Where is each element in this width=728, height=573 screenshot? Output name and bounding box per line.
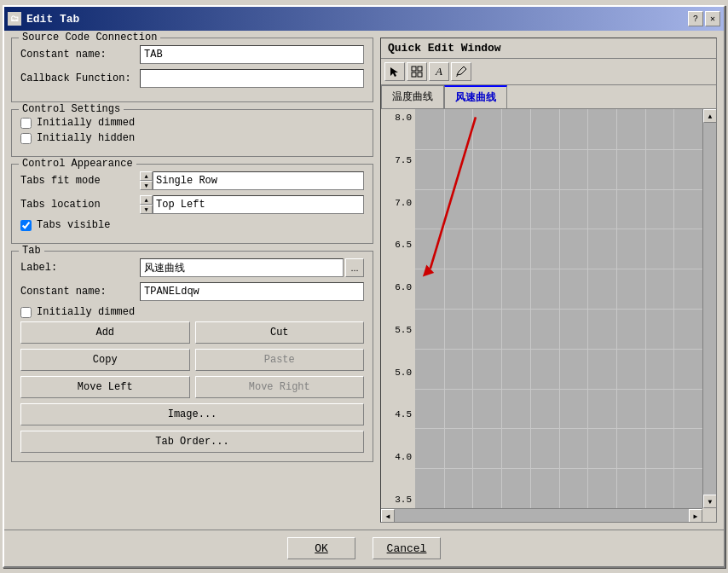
y-label-4: 6.0 [381,282,415,292]
control-settings-label: Control Settings [19,103,124,115]
svg-rect-1 [418,67,422,71]
callback-input[interactable] [140,69,364,88]
tabs-location-arrows: ▲ ▼ [140,195,153,214]
tool-cursor[interactable] [384,62,405,81]
title-bar: 🗂 Edit Tab ? ✕ [4,7,724,31]
tab-order-button[interactable]: Tab Order... [20,431,364,453]
source-code-label: Source Code Connection [19,32,160,43]
tab-constant-input[interactable] [140,282,364,301]
tab-constant-row: Constant name: [20,282,364,301]
tab-group: Tab Label: ... Constant name: Initially … [11,251,373,462]
tab-dimmed-text: Initially dimmed [37,306,135,318]
tab-label-input[interactable] [140,258,344,277]
tab-wind[interactable]: 风速曲线 [444,85,507,108]
tabs-visible-text: Tabs visible [37,219,110,231]
scrollbar-vertical[interactable]: ▲ ▼ [702,109,716,508]
y-label-6: 5.0 [381,368,415,378]
scroll-track-h [395,509,689,522]
paste-button[interactable]: Paste [195,349,365,371]
svg-rect-2 [412,72,416,77]
right-panel: Quick Edit Window A [380,38,717,523]
cancel-button[interactable]: Cancel [373,537,441,559]
y-axis: 8.0 7.5 7.0 6.5 6.0 5.5 5.0 4.5 4.0 3.5 [381,109,415,508]
callback-row: Callback Function: [20,69,364,88]
qew-title: Quick Edit Window [381,38,716,59]
image-button[interactable]: Image... [20,403,364,425]
tabs-location-label: Tabs location [20,199,140,211]
callback-label: Callback Function: [20,72,140,84]
initially-hidden-checkbox[interactable] [20,133,32,144]
scrollbar-horizontal[interactable]: ◀ ▶ [381,508,702,522]
qew-toolbar: A [381,59,716,85]
y-label-0: 8.0 [381,113,415,123]
y-label-5: 5.5 [381,325,415,335]
y-label-9: 3.5 [381,495,415,505]
help-button[interactable]: ? [688,11,703,26]
tabs-location-row: Tabs location ▲ ▼ [20,195,364,214]
close-button[interactable]: ✕ [705,11,720,26]
tab-label-row: Label: ... [20,258,364,277]
svg-marker-5 [423,265,434,277]
chart-plot [415,109,702,508]
tabs-fit-mode-up[interactable]: ▲ [140,171,153,181]
window-footer: OK Cancel [4,530,724,566]
ok-button[interactable]: OK [287,537,355,559]
y-label-8: 4.0 [381,452,415,462]
scroll-right-button[interactable]: ▶ [689,509,702,522]
tab-temperature[interactable]: 温度曲线 [381,85,444,108]
initially-dimmed-row: Initially dimmed [20,117,364,129]
tabs-location-input[interactable] [140,195,364,214]
constant-name-input[interactable] [140,45,364,64]
copy-button[interactable]: Copy [20,349,190,371]
y-label-3: 6.5 [381,240,415,250]
initially-dimmed-text: Initially dimmed [37,117,135,129]
svg-rect-3 [418,72,422,77]
control-appearance-group: Control Appearance Tabs fit mode ▲ ▼ Tab… [11,164,373,244]
constant-name-label: Constant name: [20,49,140,61]
control-settings-group: Control Settings Initially dimmed Initia… [11,109,373,157]
tabs-fit-mode-down[interactable]: ▼ [140,181,153,190]
y-label-7: 4.5 [381,409,415,420]
y-label-2: 7.0 [381,198,415,208]
dots-button[interactable]: ... [345,258,364,277]
move-left-button[interactable]: Move Left [20,376,190,398]
tab-dimmed-row: Initially dimmed [20,306,364,318]
main-window: 🗂 Edit Tab ? ✕ Source Code Connection Co… [3,5,725,568]
svg-line-4 [430,117,476,269]
tabs-visible-row: Tabs visible [20,219,364,231]
scroll-left-button[interactable]: ◀ [381,509,395,522]
y-label-1: 7.5 [381,155,415,165]
tabs-location-wrap: ▲ ▼ [140,195,364,214]
initially-hidden-row: Initially hidden [20,132,364,144]
window-icon: 🗂 [8,12,21,26]
tabs-visible-checkbox[interactable] [20,220,32,231]
tool-pen[interactable] [451,62,471,81]
tabs-location-down[interactable]: ▼ [140,205,153,214]
tabs-fit-mode-input[interactable] [140,171,364,190]
tab-buttons: Add Cut Copy Paste Move Left Move Right … [20,321,364,453]
add-button[interactable]: Add [20,321,190,344]
tool-grid[interactable] [407,62,427,81]
tab-label-label: Label: [20,262,140,274]
scrollbar-corner [702,508,716,522]
tab-label-wrap: ... [140,258,364,277]
scroll-down-button[interactable]: ▼ [703,495,716,508]
tabs-fit-mode-arrows: ▲ ▼ [140,171,153,190]
source-code-group: Source Code Connection Constant name: Ca… [11,38,373,102]
window-body: Source Code Connection Constant name: Ca… [4,31,724,530]
scroll-up-button[interactable]: ▲ [703,109,716,123]
constant-name-row: Constant name: [20,45,364,64]
tab-constant-label: Constant name: [20,286,140,298]
cut-button[interactable]: Cut [195,321,365,344]
scroll-track-v [703,123,716,495]
window-title: Edit Tab [26,13,79,26]
move-right-button[interactable]: Move Right [195,376,365,398]
initially-hidden-text: Initially hidden [37,132,135,144]
tabs-fit-mode-wrap: ▲ ▼ [140,171,364,190]
tool-text[interactable]: A [429,62,449,81]
initially-dimmed-checkbox[interactable] [20,118,32,129]
chart-area: 8.0 7.5 7.0 6.5 6.0 5.5 5.0 4.5 4.0 3.5 [381,109,716,522]
tab-dimmed-checkbox[interactable] [20,307,32,318]
chart-tab-bar: 温度曲线 风速曲线 [381,85,716,109]
tabs-location-up[interactable]: ▲ [140,195,153,205]
